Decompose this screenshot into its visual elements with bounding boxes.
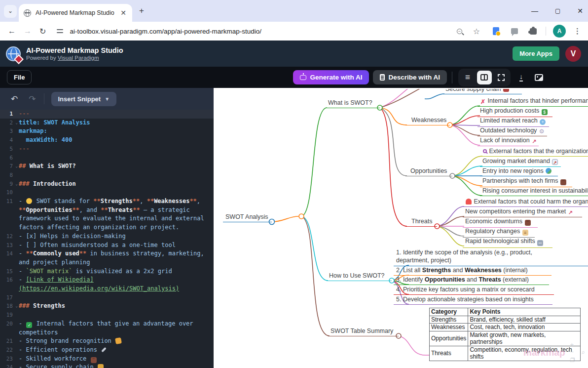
browser-tab[interactable]: AI-Powered Markmap Studio ✕	[19, 4, 132, 22]
editor-line[interactable]: 4 maxWidth: 400	[0, 136, 214, 145]
line-content[interactable]: - Skilled workforce	[15, 355, 208, 364]
line-content[interactable]: title: SWOT Analysis	[15, 119, 208, 127]
split-view-button[interactable]	[477, 71, 492, 84]
fold-chevron-icon[interactable]: ⌄	[15, 162, 18, 171]
window-close-button[interactable]: ✕	[577, 7, 583, 15]
map-node-step-2[interactable]: 2. List all Strengths and Weaknesses (in…	[394, 267, 551, 276]
zoom-icon[interactable]: −	[457, 29, 462, 34]
line-content[interactable]: - Efficient operations	[15, 346, 208, 355]
user-avatar[interactable]: V	[565, 46, 581, 62]
map-node-opportunities[interactable]: Opportunities	[405, 167, 452, 176]
line-content[interactable]: - `SWOT matrix` is visualized as a 2x2 g…	[15, 267, 208, 276]
download-icon[interactable]: ↓	[519, 74, 523, 82]
editor-line[interactable]: 18⌄### Strengths	[0, 302, 214, 311]
editor-line[interactable]: 20- Internal factors that give an advant…	[0, 320, 214, 337]
line-content[interactable]: - [ ] Often misunderstood as a one-time …	[15, 241, 208, 250]
line-content[interactable]: - Secure supply chain	[15, 363, 208, 368]
line-content[interactable]: - [x] Helps in decision-making	[15, 232, 208, 241]
editor-line[interactable]: 17	[0, 293, 214, 302]
map-node-table-summary[interactable]: SWOT Table Summary	[328, 327, 399, 336]
map-node-weaknesses[interactable]: Weaknesses	[405, 117, 450, 125]
editor-line[interactable]: 3markmap:	[0, 127, 214, 136]
describe-with-ai-button[interactable]: Describe with AI	[373, 70, 447, 84]
line-content[interactable]: - Internal factors that give an advantag…	[15, 320, 208, 337]
line-content[interactable]: ---	[15, 145, 208, 154]
tab-close-icon[interactable]: ✕	[119, 9, 127, 17]
line-content[interactable]: - SWOT stands for **Strengths**, **Weakn…	[15, 197, 208, 232]
editor-line[interactable]: 14- **Commonly used** in business strate…	[0, 249, 214, 267]
line-content[interactable]	[15, 171, 208, 180]
fullscreen-view-button[interactable]	[494, 71, 509, 84]
fold-chevron-icon[interactable]: ⌄	[15, 302, 18, 311]
file-button[interactable]: File	[7, 70, 32, 84]
bookmark-star-icon[interactable]: ☆	[473, 27, 480, 36]
map-node-regulatory-changes[interactable]: Regulatory changes	[463, 228, 535, 238]
fold-chevron-icon[interactable]: ⌄	[15, 180, 18, 189]
markdown-editor[interactable]: 1---2⌄title: SWOT Analysis3markmap:4 max…	[0, 110, 214, 368]
map-node-partnerships-tech-firms[interactable]: Partnerships with tech firms	[480, 177, 572, 187]
editor-line[interactable]: 16- [Link of Wikipedia](https://en.wikip…	[0, 276, 214, 293]
editor-line[interactable]: 19	[0, 311, 214, 320]
fold-chevron-icon[interactable]: ⌄	[15, 119, 18, 127]
map-node-lack-of-innovation[interactable]: Lack of innovation	[478, 137, 539, 146]
editor-line[interactable]: 10	[0, 188, 214, 197]
line-content[interactable]	[15, 311, 208, 320]
editor-line[interactable]: 2⌄title: SWOT Analysis	[0, 119, 214, 127]
more-apps-button[interactable]: More Apps	[513, 46, 559, 61]
editor-line[interactable]: 21- Strong brand recognition	[0, 337, 214, 346]
map-node-rapid-tech-shifts[interactable]: Rapid technological shifts	[463, 238, 552, 248]
map-node-threats[interactable]: Threats	[405, 218, 437, 227]
map-node-opportunity-desc[interactable]: External factors that the organization	[480, 148, 588, 157]
window-minimize-button[interactable]: —	[531, 7, 538, 15]
map-node-new-competitors[interactable]: New competitors entering the market	[463, 208, 582, 217]
map-node-outdated-technology[interactable]: Outdated technology	[478, 127, 547, 136]
node-circle[interactable]	[299, 214, 304, 219]
map-node-high-production-costs[interactable]: High production costs	[478, 107, 552, 117]
editor-line[interactable]: 12- [x] Helps in decision-making	[0, 232, 214, 241]
extension-chat-icon[interactable]	[511, 28, 518, 34]
forward-icon[interactable]: →	[24, 27, 32, 36]
line-content[interactable]: maxWidth: 400	[15, 136, 208, 145]
line-content[interactable]: ### Strengths	[15, 302, 208, 311]
url-text[interactable]: ai-toolbox.visual-paradigm.com/app/ai-po…	[70, 28, 456, 35]
new-tab-button[interactable]: +	[139, 6, 144, 16]
editor-line[interactable]: 9⌄### Introduction	[0, 180, 214, 189]
editor-only-view-button[interactable]: ≡	[460, 71, 475, 84]
editor-line[interactable]: 15- `SWOT matrix` is visualized as a 2x2…	[0, 267, 214, 276]
map-node-step-3[interactable]: 3. Identify Opportunities and Threats (e…	[394, 276, 549, 285]
extension-doc-icon[interactable]	[493, 27, 499, 35]
redo-icon[interactable]: ↷	[29, 94, 36, 104]
editor-line[interactable]: 13- [ ] Often misunderstood as a one-tim…	[0, 241, 214, 250]
site-settings-icon[interactable]	[57, 28, 64, 34]
map-node-economic-downturns[interactable]: Economic downturns	[463, 218, 538, 228]
reload-icon[interactable]: ↻	[39, 27, 46, 36]
editor-line[interactable]: 8	[0, 171, 214, 180]
map-node-secure-supply-chain[interactable]: Secure supply chain	[443, 89, 522, 94]
generate-with-ai-button[interactable]: Generate with AI	[293, 70, 369, 84]
line-content[interactable]: markmap:	[15, 127, 208, 136]
editor-line[interactable]: 11- SWOT stands for **Strengths**, **Wea…	[0, 197, 214, 232]
visual-paradigm-link[interactable]: Visual Paradigm	[58, 55, 99, 61]
map-node-limited-market-reach[interactable]: Limited market reach	[478, 117, 549, 127]
map-node-threat-desc[interactable]: External factors that could harm the org…	[463, 198, 588, 207]
editor-line[interactable]: 6	[0, 154, 214, 163]
map-node-step-4[interactable]: 4. Prioritize key factors using a matrix…	[394, 286, 554, 295]
editor-line[interactable]: 1---	[0, 110, 214, 119]
window-maximize-button[interactable]: ▢	[555, 7, 560, 14]
editor-line[interactable]: 24- Secure supply chain	[0, 363, 214, 368]
extensions-puzzle-icon[interactable]	[530, 28, 537, 35]
map-node-how-to-use[interactable]: How to Use SWOT?	[327, 272, 392, 281]
line-content[interactable]: - **Commonly used** in business strategy…	[15, 249, 208, 267]
insert-snippet-button[interactable]: Insert Snippet ▼	[51, 92, 117, 106]
map-node-rising-consumer-interest[interactable]: Rising consumer interest in sustainabili…	[480, 187, 588, 196]
editor-line[interactable]: 23- Skilled workforce	[0, 355, 214, 364]
map-node-step-5[interactable]: 5. Develop actionable strategies based o…	[394, 296, 552, 305]
line-content[interactable]	[15, 154, 208, 163]
tab-search-button[interactable]: ⌄	[4, 5, 17, 18]
undo-icon[interactable]: ↶	[11, 94, 18, 104]
line-content[interactable]	[15, 293, 208, 302]
editor-line[interactable]: 22- Efficient operations	[0, 346, 214, 355]
editor-line[interactable]: 7⌄## What is SWOT?	[0, 162, 214, 171]
map-node-weakness-desc[interactable]: Internal factors that hinder performance	[478, 97, 588, 107]
browser-profile-avatar[interactable]: A	[553, 25, 566, 38]
